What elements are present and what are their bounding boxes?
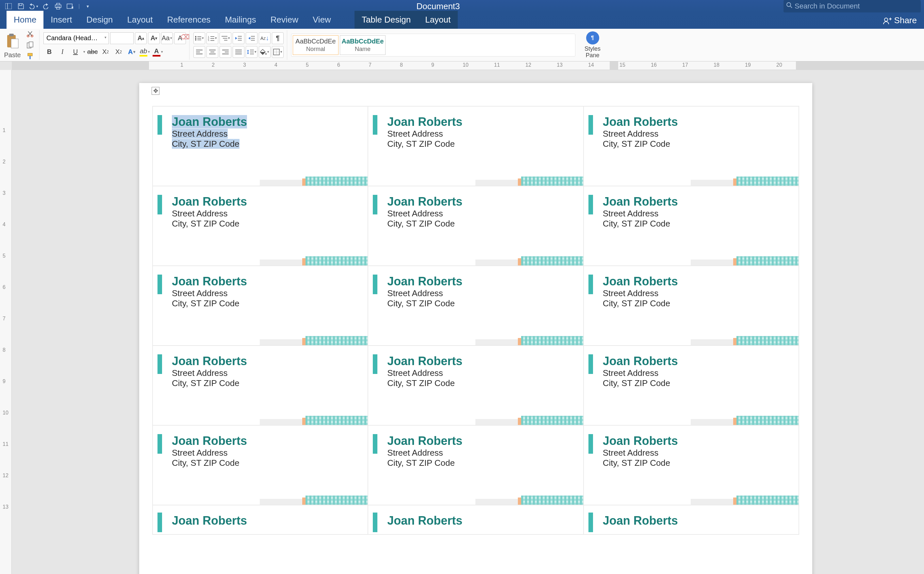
tab-table-design[interactable]: Table Design [354, 11, 418, 29]
line-spacing-icon[interactable]: ▾ [246, 46, 257, 58]
grow-font-icon[interactable]: A▴ [135, 32, 147, 44]
label-cell[interactable]: Joan RobertsStreet AddressCity, ST ZIP C… [153, 106, 368, 186]
print-icon[interactable] [53, 2, 63, 11]
label-cell[interactable]: Joan Roberts [368, 505, 583, 535]
label-cell[interactable]: Joan Roberts [584, 505, 799, 535]
style-name[interactable]: AaBbCcDdEe Name [340, 35, 386, 55]
copy-icon[interactable] [25, 41, 35, 50]
search-wrap [784, 0, 921, 13]
label-city: City, ST ZIP Code [172, 378, 363, 388]
label-cell[interactable]: Joan RobertsStreet AddressCity, ST ZIP C… [584, 106, 799, 186]
label-cell[interactable]: Joan RobertsStreet AddressCity, ST ZIP C… [368, 345, 583, 425]
label-city: City, ST ZIP Code [172, 139, 363, 149]
accent-bar [157, 274, 162, 294]
label-cell[interactable]: Joan RobertsStreet AddressCity, ST ZIP C… [368, 425, 583, 505]
label-cell[interactable]: Joan RobertsStreet AddressCity, ST ZIP C… [368, 266, 583, 345]
accent-bar [589, 115, 593, 135]
tab-design[interactable]: Design [79, 11, 120, 29]
paste-button[interactable]: Paste [3, 31, 22, 59]
customize-qat-icon[interactable]: ▾ [82, 2, 93, 11]
format-painter-icon[interactable] [25, 52, 35, 61]
label-cell[interactable]: Joan RobertsStreet AddressCity, ST ZIP C… [584, 425, 799, 505]
ruler-v-tick: 8 [3, 347, 6, 353]
font-size-combo[interactable] [110, 32, 134, 44]
show-marks-icon[interactable]: ¶ [272, 32, 283, 44]
tab-view[interactable]: View [305, 11, 338, 29]
label-cell[interactable]: Joan RobertsStreet AddressCity, ST ZIP C… [368, 106, 583, 186]
tab-table-layout[interactable]: Layout [418, 11, 458, 29]
underline-button[interactable]: U [69, 46, 81, 58]
svg-rect-4 [57, 7, 60, 9]
cut-icon[interactable] [25, 29, 35, 39]
tab-insert[interactable]: Insert [44, 11, 79, 29]
decrease-indent-icon[interactable] [233, 32, 244, 44]
borders-icon[interactable]: ▾ [272, 46, 283, 58]
label-cell[interactable]: Joan RobertsStreet AddressCity, ST ZIP C… [153, 425, 368, 505]
qat-separator: | [78, 3, 80, 9]
label-cell[interactable]: Joan RobertsStreet AddressCity, ST ZIP C… [153, 266, 368, 345]
justify-icon[interactable] [233, 46, 244, 58]
font-color-icon[interactable]: A▾ [152, 46, 164, 58]
tab-layout[interactable]: Layout [120, 11, 160, 29]
panel-icon[interactable] [3, 2, 14, 11]
svg-point-24 [195, 38, 196, 39]
document-area[interactable]: ✥ Joan RobertsStreet AddressCity, ST ZIP… [12, 70, 924, 574]
table-move-handle-icon[interactable]: ✥ [152, 87, 159, 95]
label-street: Street Address [603, 288, 794, 298]
tab-home[interactable]: Home [6, 11, 44, 29]
shrink-font-icon[interactable]: A▾ [148, 32, 160, 44]
change-case-icon[interactable]: Aa▾ [161, 32, 173, 44]
numbering-icon[interactable]: 123▾ [206, 32, 218, 44]
shading-icon[interactable]: ▾ [259, 46, 271, 58]
bold-button[interactable]: B [44, 46, 55, 58]
align-left-icon[interactable] [194, 46, 205, 58]
group-clipboard: Paste [3, 30, 39, 60]
multilevel-list-icon[interactable]: ▾ [220, 32, 231, 44]
label-cell[interactable]: Joan Roberts [153, 505, 368, 535]
svg-point-6 [787, 3, 791, 6]
tab-review[interactable]: Review [263, 11, 305, 29]
styles-pane-button[interactable]: ¶ Styles Pane [579, 30, 606, 60]
style-normal[interactable]: AaBbCcDdEe Normal [293, 35, 338, 55]
clear-formatting-icon[interactable]: A⌫ [174, 32, 186, 44]
ruler-h-tick: 5 [306, 62, 309, 68]
label-cell[interactable]: Joan RobertsStreet AddressCity, ST ZIP C… [584, 186, 799, 266]
tab-references[interactable]: References [160, 11, 217, 29]
label-cell[interactable]: Joan RobertsStreet AddressCity, ST ZIP C… [153, 345, 368, 425]
ruler-vertical[interactable]: 12345678910111213 [0, 70, 12, 574]
undo-icon[interactable]: ▾ [28, 2, 39, 11]
label-cell[interactable]: Joan RobertsStreet AddressCity, ST ZIP C… [584, 345, 799, 425]
subscript-button[interactable]: X2 [100, 46, 112, 58]
label-city: City, ST ZIP Code [387, 378, 578, 388]
italic-button[interactable]: I [57, 46, 68, 58]
label-name: Joan Roberts [603, 434, 794, 448]
svg-point-8 [885, 18, 888, 21]
quick-print-icon[interactable] [65, 2, 76, 11]
redo-icon[interactable] [41, 2, 51, 11]
label-cell[interactable]: Joan RobertsStreet AddressCity, ST ZIP C… [368, 186, 583, 266]
highlight-icon[interactable]: ab▾ [139, 46, 151, 58]
label-cell[interactable]: Joan RobertsStreet AddressCity, ST ZIP C… [153, 186, 368, 266]
save-icon[interactable] [16, 2, 26, 11]
svg-point-22 [195, 36, 196, 37]
align-center-icon[interactable] [206, 46, 218, 58]
superscript-button[interactable]: X2 [113, 46, 124, 58]
tab-mailings[interactable]: Mailings [217, 11, 263, 29]
share-button[interactable]: Share [876, 12, 924, 29]
label-city: City, ST ZIP Code [603, 139, 794, 149]
align-right-icon[interactable] [220, 46, 231, 58]
styles-gallery[interactable]: AaBbCcDdEe Normal AaBbCcDdEe Name [291, 34, 575, 57]
label-street: Street Address [387, 368, 578, 378]
label-cell[interactable]: Joan RobertsStreet AddressCity, ST ZIP C… [584, 266, 799, 345]
font-name-combo[interactable]: Candara (Head…▾ [44, 32, 109, 44]
ruler-h-tick: 2 [212, 62, 215, 68]
styles-pane-label: Styles Pane [584, 46, 601, 59]
strikethrough-button[interactable]: abc [87, 46, 98, 58]
bullets-icon[interactable]: ▾ [194, 32, 205, 44]
sort-icon[interactable]: AZ↓ [259, 32, 271, 44]
search-input[interactable] [784, 0, 921, 13]
text-effects-icon[interactable]: A▾ [126, 46, 137, 58]
increase-indent-icon[interactable] [246, 32, 257, 44]
ruler-horizontal[interactable]: 1234567891011121314151617181920 [12, 62, 924, 70]
label-name: Joan Roberts [172, 195, 363, 208]
